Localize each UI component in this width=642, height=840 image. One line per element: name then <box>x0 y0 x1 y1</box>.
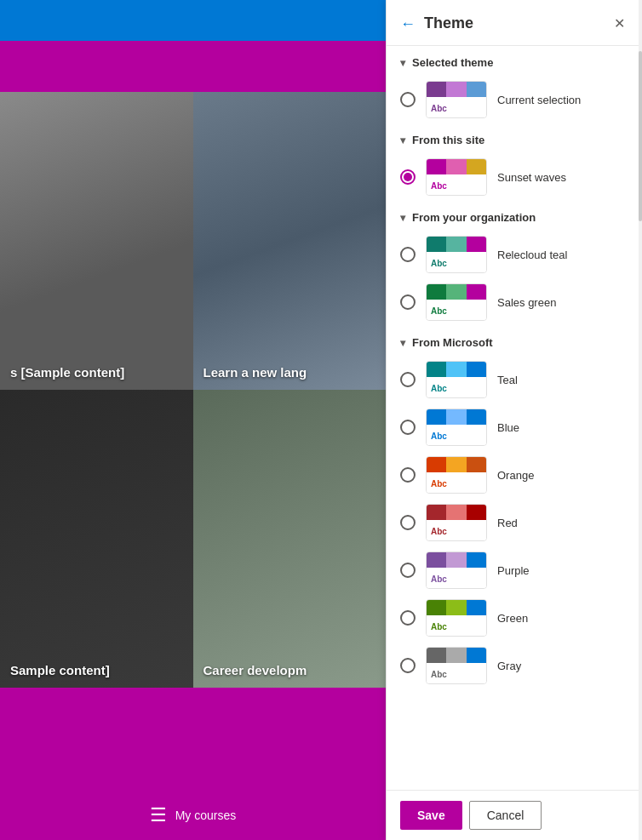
radio-red[interactable] <box>400 515 416 530</box>
theme-option-purple[interactable]: Abc Purple <box>387 546 642 594</box>
left-panel: s [Sample content] Learn a new lang Samp… <box>0 0 386 840</box>
theme-option-green[interactable]: Abc Green <box>387 594 642 642</box>
cancel-button[interactable]: Cancel <box>469 801 542 830</box>
panel-header: ← Theme ✕ <box>387 0 642 46</box>
panel-body: ▾ Selected theme Abc Current selection ▾… <box>387 46 642 790</box>
content-card-3[interactable]: Sample content] <box>0 390 193 688</box>
back-button[interactable]: ← <box>400 16 424 31</box>
theme-name-sunset: Sunset waves <box>497 171 566 184</box>
radio-sunset[interactable] <box>400 169 416 185</box>
radio-gray[interactable] <box>400 658 416 673</box>
theme-name-orange: Orange <box>497 469 534 482</box>
content-card-1[interactable]: s [Sample content] <box>0 92 193 390</box>
theme-name-purple: Purple <box>497 564 530 577</box>
card-label-4: Career developm <box>203 663 307 677</box>
swatch-gray: Abc <box>426 647 487 684</box>
courses-icon: ☰ <box>150 804 167 826</box>
theme-name-relecloud: Relecloud teal <box>497 249 567 261</box>
content-card-2[interactable]: Learn a new lang <box>193 92 387 390</box>
swatch-sunset: Abc <box>426 158 487 196</box>
top-bar <box>0 0 386 41</box>
close-icon: ✕ <box>614 16 625 31</box>
panel-footer: Save Cancel <box>387 790 642 840</box>
swatch-current: Abc <box>426 81 487 118</box>
section-org-label: From your organization <box>412 211 536 224</box>
theme-name-current: Current selection <box>497 94 581 106</box>
section-site-header: ▾ From this site <box>387 123 642 153</box>
my-courses-btn[interactable]: ☰ My courses <box>150 804 237 826</box>
radio-current[interactable] <box>400 92 416 107</box>
swatch-orange: Abc <box>426 456 487 494</box>
section-org-header: ▾ From your organization <box>387 201 642 231</box>
back-icon: ← <box>400 15 416 32</box>
bottom-bar: ☰ My courses <box>0 688 386 840</box>
chevron-site-icon: ▾ <box>400 134 405 146</box>
panel-title: Theme <box>424 14 610 32</box>
theme-name-green: Green <box>497 612 528 625</box>
swatch-salesgreen: Abc <box>426 283 487 321</box>
chevron-ms-icon: ▾ <box>400 337 405 349</box>
card-label-2: Learn a new lang <box>203 365 307 380</box>
card-label-3: Sample content] <box>10 663 110 677</box>
theme-name-teal: Teal <box>497 374 518 386</box>
radio-relecloud[interactable] <box>400 247 416 262</box>
theme-name-salesgreen: Sales green <box>497 296 556 309</box>
card-label-1: s [Sample content] <box>10 365 124 380</box>
swatch-blue: Abc <box>426 409 487 446</box>
content-card-4[interactable]: Career developm <box>193 390 387 688</box>
swatch-red: Abc <box>426 504 487 541</box>
radio-salesgreen[interactable] <box>400 294 416 310</box>
chevron-org-icon: ▾ <box>400 212 405 224</box>
close-button[interactable]: ✕ <box>610 12 628 35</box>
scrollbar-track <box>639 0 642 840</box>
brand-bar <box>0 41 386 92</box>
swatch-purple: Abc <box>426 551 487 589</box>
theme-option-teal[interactable]: Abc Teal <box>387 356 642 403</box>
section-ms-label: From Microsoft <box>412 336 493 349</box>
section-selected-header: ▾ Selected theme <box>387 46 642 76</box>
theme-option-blue[interactable]: Abc Blue <box>387 403 642 451</box>
theme-option-gray[interactable]: Abc Gray <box>387 642 642 689</box>
section-site-label: From this site <box>412 134 484 146</box>
theme-panel: ← Theme ✕ ▾ Selected theme Abc <box>386 0 642 840</box>
theme-option-orange[interactable]: Abc Orange <box>387 451 642 499</box>
theme-option-current[interactable]: Abc Current selection <box>387 76 642 123</box>
theme-name-red: Red <box>497 517 518 529</box>
theme-name-gray: Gray <box>497 660 521 672</box>
save-button[interactable]: Save <box>400 801 462 830</box>
radio-green[interactable] <box>400 610 416 626</box>
chevron-selected-icon: ▾ <box>400 57 405 69</box>
theme-option-red[interactable]: Abc Red <box>387 499 642 546</box>
my-courses-label: My courses <box>175 809 237 822</box>
section-ms-header: ▾ From Microsoft <box>387 326 642 356</box>
radio-orange[interactable] <box>400 467 416 483</box>
radio-purple[interactable] <box>400 563 416 578</box>
theme-option-sunset[interactable]: Abc Sunset waves <box>387 153 642 201</box>
swatch-green: Abc <box>426 599 487 637</box>
content-area: s [Sample content] Learn a new lang Samp… <box>0 92 386 688</box>
swatch-teal: Abc <box>426 361 487 398</box>
section-selected-label: Selected theme <box>412 56 493 69</box>
theme-name-blue: Blue <box>497 421 519 434</box>
theme-option-salesgreen[interactable]: Abc Sales green <box>387 278 642 326</box>
radio-teal[interactable] <box>400 372 416 387</box>
radio-blue[interactable] <box>400 420 416 435</box>
theme-option-relecloud[interactable]: Abc Relecloud teal <box>387 231 642 278</box>
scrollbar-thumb[interactable] <box>639 51 642 221</box>
swatch-relecloud: Abc <box>426 236 487 273</box>
